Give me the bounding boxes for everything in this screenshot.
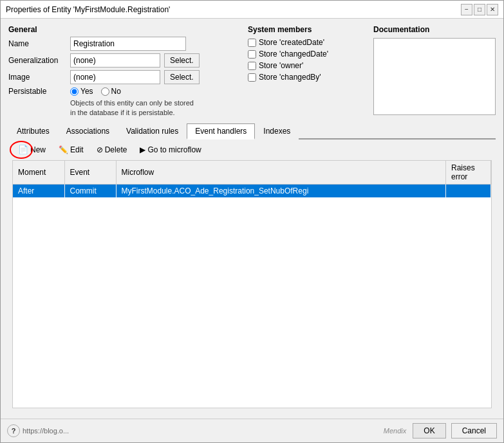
tab-attributes[interactable]: Attributes <box>8 123 58 140</box>
new-button[interactable]: 📄 New <box>12 142 51 158</box>
general-label: General <box>8 25 241 34</box>
edit-icon: ✏️ <box>59 145 68 154</box>
restore-button[interactable]: □ <box>474 4 485 15</box>
goto-microflow-button[interactable]: ▶ Go to microflow <box>134 142 207 158</box>
new-btn-wrapper: 📄 New <box>12 142 51 158</box>
persistable-description: Objects of this entity can only be store… <box>70 98 199 118</box>
tab-events[interactable]: Event handlers <box>187 123 255 140</box>
documentation-label: Documentation <box>373 25 496 34</box>
system-member-checkbox-3[interactable] <box>248 73 256 82</box>
edit-button-label: Edit <box>70 145 84 154</box>
image-label: Image <box>8 73 66 82</box>
col-raises-error: Raises error <box>446 161 491 185</box>
image-row: Image Select. <box>8 70 241 84</box>
title-bar: Properties of Entity 'MyFirstModule.Regi… <box>1 1 503 19</box>
yes-radio[interactable] <box>70 87 79 96</box>
system-member-3: Store 'changedBy' <box>248 73 367 82</box>
documentation-textarea[interactable] <box>373 38 496 115</box>
tab-content: 📄 New ✏️ Edit ⊘ Delete ▶ <box>8 140 496 412</box>
system-member-text-1: Store 'changedDate' <box>259 50 328 59</box>
no-radio-label[interactable]: No <box>101 87 121 96</box>
col-moment: Moment <box>13 161 64 185</box>
name-label: Name <box>8 39 66 48</box>
generalization-input[interactable] <box>70 53 160 68</box>
new-button-label: New <box>30 145 46 154</box>
system-member-0: Store 'createdDate' <box>248 38 367 47</box>
tab-indexes[interactable]: Indexes <box>255 123 299 140</box>
no-radio-text: No <box>111 87 121 96</box>
tabs-container: Attributes Associations Validation rules… <box>8 123 496 412</box>
cell-raises-error <box>446 184 491 197</box>
title-bar-buttons: − □ ✕ <box>461 4 498 15</box>
general-section: General Name Generalization Select. Imag… <box>8 25 241 118</box>
main-window: Properties of Entity 'MyFirstModule.Regi… <box>0 0 504 443</box>
cell-moment: After <box>13 184 64 197</box>
footer-buttons: OK Cancel <box>413 423 497 438</box>
footer-url: https://blog.o... <box>23 427 69 435</box>
cell-microflow: MyFirstModule.ACO_Ade_Registration_SetNu… <box>116 184 446 197</box>
image-input[interactable] <box>70 70 160 84</box>
goto-button-label: Go to microflow <box>147 145 201 154</box>
content-area: General Name Generalization Select. Imag… <box>1 19 503 419</box>
yes-radio-text: Yes <box>80 87 93 96</box>
table-header-row: Moment Event Microflow Raises error <box>13 161 491 185</box>
tab-bar: Attributes Associations Validation rules… <box>8 123 496 140</box>
col-microflow: Microflow <box>116 161 446 185</box>
system-member-text-3: Store 'changedBy' <box>259 73 321 82</box>
persistable-row: Persistable Yes No <box>8 87 241 96</box>
system-member-checkbox-1[interactable] <box>248 50 256 59</box>
edit-button[interactable]: ✏️ Edit <box>53 142 89 158</box>
system-member-1: Store 'changedDate' <box>248 50 367 59</box>
tab-validation[interactable]: Validation rules <box>118 123 187 140</box>
system-members-section: System members Store 'createdDate' Store… <box>248 25 367 118</box>
delete-button[interactable]: ⊘ Delete <box>91 142 133 158</box>
event-handlers-table[interactable]: Moment Event Microflow Raises error Afte… <box>12 160 492 408</box>
delete-button-label: Delete <box>105 145 127 154</box>
goto-icon: ▶ <box>140 145 145 154</box>
minimize-button[interactable]: − <box>461 4 472 15</box>
cell-event: Commit <box>64 184 116 197</box>
close-button[interactable]: ✕ <box>487 4 498 15</box>
top-section: General Name Generalization Select. Imag… <box>8 25 496 118</box>
new-icon: 📄 <box>18 145 28 154</box>
system-member-checkbox-2[interactable] <box>248 62 256 70</box>
col-event: Event <box>64 161 116 185</box>
tab-associations[interactable]: Associations <box>58 123 118 140</box>
footer-left: ? https://blog.o... <box>7 424 69 437</box>
generalization-row: Generalization Select. <box>8 53 241 68</box>
toolbar: 📄 New ✏️ Edit ⊘ Delete ▶ <box>8 140 496 160</box>
persistable-radio-group: Yes No <box>70 87 121 96</box>
system-member-text-0: Store 'createdDate' <box>259 38 324 47</box>
name-input[interactable] <box>70 37 186 51</box>
window-title: Properties of Entity 'MyFirstModule.Regi… <box>6 5 170 14</box>
cancel-button[interactable]: Cancel <box>451 423 497 438</box>
generalization-label: Generalization <box>8 56 66 65</box>
image-select-button[interactable]: Select. <box>164 70 200 84</box>
delete-icon: ⊘ <box>97 145 103 154</box>
name-row: Name <box>8 37 241 51</box>
system-members-label: System members <box>248 25 367 34</box>
help-button[interactable]: ? <box>7 424 20 437</box>
system-member-text-2: Store 'owner' <box>259 61 303 70</box>
system-member-checkbox-0[interactable] <box>248 39 256 47</box>
mendix-logo: Mendix <box>384 427 406 435</box>
footer: ? https://blog.o... Mendix OK Cancel <box>1 419 503 442</box>
generalization-select-button[interactable]: Select. <box>164 53 200 68</box>
yes-radio-label[interactable]: Yes <box>70 87 93 96</box>
no-radio[interactable] <box>101 87 109 96</box>
ok-button[interactable]: OK <box>413 423 445 438</box>
system-member-2: Store 'owner' <box>248 61 367 70</box>
persistable-label: Persistable <box>8 87 66 96</box>
documentation-section: Documentation <box>373 25 496 118</box>
table-row[interactable]: After Commit MyFirstModule.ACO_Ade_Regis… <box>13 184 491 197</box>
